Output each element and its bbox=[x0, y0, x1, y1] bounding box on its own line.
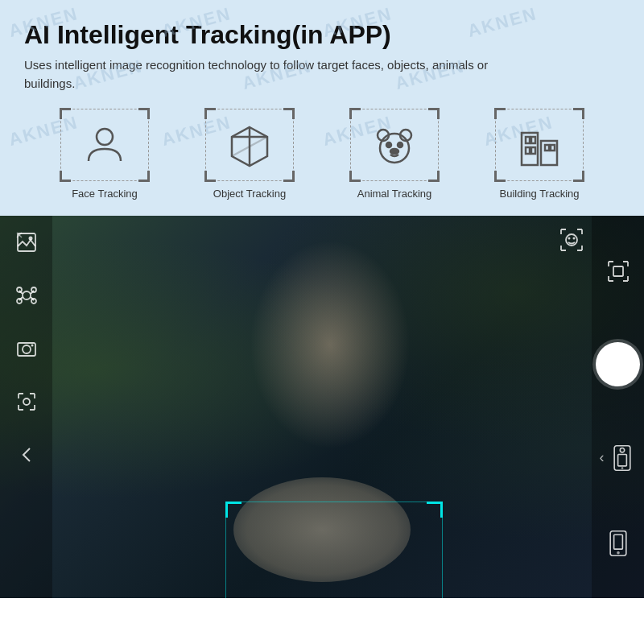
svg-point-29 bbox=[568, 237, 571, 240]
svg-point-25 bbox=[23, 345, 31, 353]
camera-view: ‹ bbox=[0, 216, 644, 598]
page-subtitle: Uses intelligent image recognition techn… bbox=[24, 56, 507, 93]
svg-rect-10 bbox=[531, 137, 535, 143]
tracking-item-object: Object Tracking bbox=[205, 109, 294, 200]
svg-rect-12 bbox=[531, 147, 535, 154]
svg-point-22 bbox=[17, 299, 22, 303]
chevron-left-icon[interactable]: ‹ bbox=[600, 449, 605, 466]
camera-mode-icon[interactable] bbox=[12, 334, 41, 363]
svg-point-1 bbox=[380, 134, 409, 163]
drone-settings-icon[interactable] bbox=[12, 281, 41, 310]
building-tracking-label: Building Tracking bbox=[500, 188, 580, 200]
tracking-icons-row: Face Tracking Object Tracking bbox=[24, 109, 620, 200]
gallery-icon[interactable] bbox=[12, 228, 41, 257]
face-tracking-box bbox=[225, 502, 443, 598]
page-title: AI Intelligent Tracking(in APP) bbox=[24, 19, 620, 50]
svg-rect-9 bbox=[526, 137, 530, 143]
phone-camera-group: ‹ bbox=[600, 444, 637, 473]
svg-rect-34 bbox=[617, 454, 626, 465]
svg-point-19 bbox=[23, 291, 31, 299]
shutter-button[interactable] bbox=[596, 342, 640, 386]
svg-point-33 bbox=[620, 448, 624, 452]
svg-point-0 bbox=[97, 129, 113, 145]
camera-left-sidebar bbox=[0, 216, 52, 598]
person-icon bbox=[80, 121, 129, 169]
camera-right-sidebar: ‹ bbox=[592, 216, 644, 598]
svg-point-5 bbox=[398, 142, 402, 147]
tracking-item-face: Face Tracking bbox=[60, 109, 149, 200]
svg-rect-11 bbox=[526, 147, 530, 154]
face-glow bbox=[250, 240, 411, 449]
animal-tracking-label: Animal Tracking bbox=[357, 188, 431, 200]
svg-rect-38 bbox=[613, 535, 622, 549]
svg-point-16 bbox=[28, 237, 32, 241]
flip-camera-icon[interactable] bbox=[604, 257, 633, 286]
back-icon[interactable] bbox=[12, 440, 41, 469]
object-tracking-label: Object Tracking bbox=[213, 188, 286, 200]
svg-point-4 bbox=[386, 142, 391, 147]
tracking-item-animal: Animal Tracking bbox=[350, 109, 439, 200]
box-icon bbox=[225, 121, 274, 169]
svg-rect-31 bbox=[613, 266, 623, 276]
svg-point-37 bbox=[617, 551, 620, 555]
bottom-phone-icon[interactable] bbox=[604, 529, 633, 558]
svg-rect-14 bbox=[551, 145, 555, 151]
top-section: AKNEN AKNEN AKNEN AKNEN AKNEN AKNEN AKNE… bbox=[0, 0, 644, 216]
face-tracking-label: Face Tracking bbox=[72, 188, 138, 200]
focus-icon[interactable] bbox=[12, 387, 41, 416]
svg-point-27 bbox=[23, 398, 30, 405]
animal-tracking-icon-wrapper bbox=[350, 109, 439, 181]
top-right-face-detect-icon[interactable] bbox=[557, 225, 586, 254]
svg-point-23 bbox=[31, 299, 36, 303]
svg-point-20 bbox=[17, 287, 22, 292]
tracking-item-building: Building Tracking bbox=[495, 109, 584, 200]
animal-icon bbox=[370, 121, 419, 169]
svg-point-35 bbox=[621, 467, 623, 469]
svg-point-26 bbox=[31, 345, 33, 347]
building-icon bbox=[515, 121, 564, 169]
building-tracking-icon-wrapper bbox=[495, 109, 584, 181]
object-tracking-icon-wrapper bbox=[205, 109, 294, 181]
face-tracking-icon-wrapper bbox=[60, 109, 149, 181]
phone-camera-icon[interactable] bbox=[608, 444, 637, 473]
svg-point-21 bbox=[31, 287, 36, 292]
svg-rect-13 bbox=[545, 145, 549, 151]
svg-point-30 bbox=[573, 237, 576, 240]
svg-point-6 bbox=[390, 149, 398, 154]
